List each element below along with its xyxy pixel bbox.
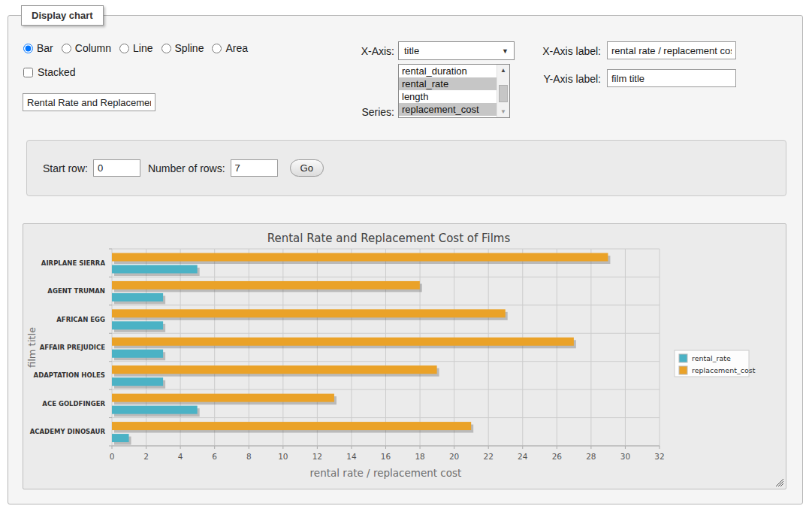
svg-text:2: 2 (143, 452, 149, 461)
start-row-input[interactable] (93, 159, 140, 177)
svg-text:AFRICAN EGG: AFRICAN EGG (56, 316, 105, 323)
svg-text:28: 28 (586, 452, 596, 461)
svg-text:24: 24 (518, 452, 528, 461)
svg-text:replacement_cost: replacement_cost (692, 366, 756, 374)
chart-container: 02468101214161820222426283032AIRPLANE SI… (23, 223, 786, 489)
svg-text:0: 0 (110, 452, 115, 461)
series-option-replacement_cost[interactable]: replacement_cost (399, 103, 509, 116)
fieldset-title: Display chart (21, 5, 104, 26)
scroll-up-icon[interactable]: ▲ (497, 65, 509, 76)
series-option-rental_rate[interactable]: rental_rate (399, 77, 509, 90)
resize-handle-icon[interactable] (775, 478, 783, 486)
series-list-label: Series: (315, 106, 394, 118)
bar-chart: 02468101214161820222426283032AIRPLANE SI… (23, 224, 786, 489)
radio-label: Spline (175, 42, 204, 54)
svg-text:26: 26 (552, 452, 563, 461)
chart-type-radio-bar[interactable]: Bar (23, 42, 53, 54)
x-axis-select-label: X-Axis: (315, 45, 394, 57)
svg-text:18: 18 (415, 452, 424, 461)
svg-text:ACE GOLDFINGER: ACE GOLDFINGER (42, 400, 105, 407)
radio-button[interactable] (161, 44, 171, 53)
series-scrollbar[interactable]: ▲ ▼ (497, 65, 509, 117)
start-row-label: Start row: (43, 162, 88, 174)
x-axis-label-caption: X-Axis label: (524, 45, 601, 57)
chart-type-radio-area[interactable]: Area (212, 42, 248, 54)
series-option-length[interactable]: length (399, 90, 509, 103)
series-option-rental_duration[interactable]: rental_duration (399, 65, 509, 77)
radio-label: Bar (37, 42, 53, 54)
svg-text:film title: film title (26, 327, 38, 368)
svg-text:ACADEMY DINOSAUR: ACADEMY DINOSAUR (30, 428, 106, 435)
scrollbar-thumb[interactable] (499, 85, 508, 102)
svg-text:rental rate / replacement cost: rental rate / replacement cost (310, 467, 462, 479)
radio-label: Area (225, 42, 248, 54)
svg-text:4: 4 (178, 452, 183, 461)
stacked-checkbox-row[interactable]: Stacked (23, 66, 76, 78)
svg-text:14: 14 (346, 452, 357, 461)
scroll-down-icon[interactable]: ▼ (497, 106, 509, 117)
radio-button[interactable] (119, 44, 129, 53)
svg-text:Rental Rate and Replacement Co: Rental Rate and Replacement Cost of Film… (267, 232, 511, 245)
svg-text:20: 20 (449, 452, 459, 461)
series-listbox[interactable]: rental_durationrental_ratelengthreplacem… (398, 64, 510, 118)
y-axis-label-input[interactable] (607, 69, 736, 87)
svg-text:22: 22 (484, 452, 494, 461)
radio-button[interactable] (23, 44, 33, 53)
svg-text:rental_rate: rental_rate (692, 354, 731, 362)
chart-type-radio-line[interactable]: Line (119, 42, 152, 54)
chart-type-radio-column[interactable]: Column (62, 42, 111, 54)
svg-text:AIRPLANE SIERRA: AIRPLANE SIERRA (41, 259, 106, 267)
x-axis-selected-value: title (404, 45, 502, 56)
radio-label: Column (75, 42, 111, 54)
stacked-checkbox[interactable] (23, 68, 33, 77)
svg-text:AFFAIR PREJUDICE: AFFAIR PREJUDICE (40, 344, 106, 351)
chart-type-radio-spline[interactable]: Spline (161, 42, 204, 54)
svg-text:ADAPTATION HOLES: ADAPTATION HOLES (34, 371, 105, 379)
svg-text:16: 16 (381, 452, 391, 461)
chevron-down-icon: ▼ (502, 47, 509, 55)
radio-label: Line (133, 42, 152, 54)
num-rows-input[interactable] (231, 159, 278, 177)
svg-text:AGENT TRUMAN: AGENT TRUMAN (47, 287, 105, 295)
svg-text:10: 10 (278, 452, 288, 461)
go-button[interactable]: Go (290, 159, 324, 177)
svg-text:12: 12 (312, 452, 322, 461)
svg-text:32: 32 (654, 452, 664, 461)
x-axis-label-input[interactable] (607, 41, 736, 59)
radio-button[interactable] (212, 44, 222, 53)
radio-button[interactable] (62, 44, 71, 53)
x-axis-select[interactable]: title ▼ (398, 41, 515, 60)
num-rows-label: Number of rows: (148, 162, 225, 174)
series-options: rental_durationrental_ratelengthreplacem… (399, 65, 509, 116)
stacked-label: Stacked (38, 66, 76, 78)
svg-text:8: 8 (246, 452, 252, 461)
y-axis-label-caption: Y-Axis label: (524, 73, 601, 85)
svg-text:6: 6 (212, 452, 217, 461)
row-range-panel: Start row: Number of rows: Go (26, 140, 786, 196)
chart-type-radio-group: BarColumnLineSplineArea (23, 42, 248, 54)
svg-text:30: 30 (620, 452, 630, 461)
page: Display chart BarColumnLineSplineArea St… (0, 0, 812, 512)
chart-title-input[interactable] (23, 93, 155, 111)
